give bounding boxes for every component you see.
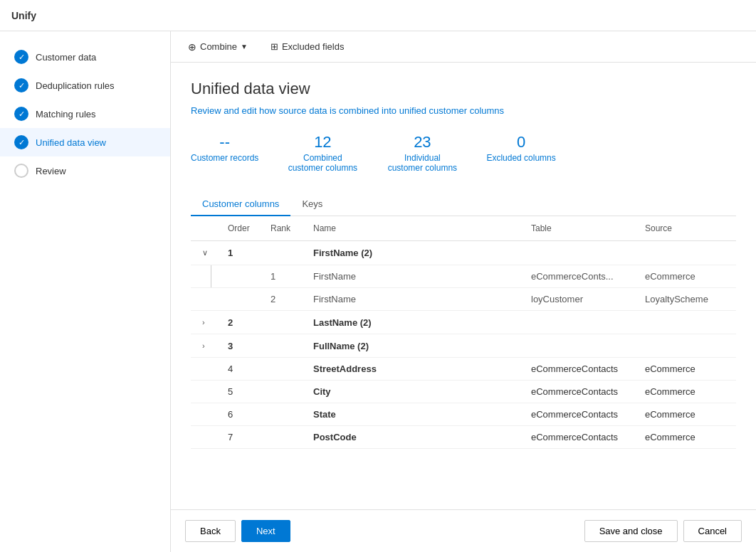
- rank-cell-city: [262, 381, 305, 403]
- combine-label: Combine: [200, 41, 237, 52]
- table-cell-sub: eCommerceConts...: [523, 265, 636, 288]
- table-cell-sa: eCommerceContacts: [523, 358, 636, 381]
- expand-cell-sub2: [191, 288, 219, 311]
- col-header-expand: [191, 216, 219, 241]
- sidebar-item-unified-data-view[interactable]: ✓ Unified data view: [0, 128, 170, 156]
- stat-combined-columns: 12 Combined customer columns: [287, 133, 358, 173]
- col-header-table: Table: [523, 216, 636, 241]
- tab-keys[interactable]: Keys: [290, 193, 334, 216]
- table-row: ∨ 1 FirstName (2): [191, 241, 736, 265]
- order-cell-city: 5: [219, 381, 262, 403]
- table-cell-ln: [523, 311, 636, 334]
- order-cell-fn: 3: [219, 334, 262, 358]
- expand-cell-city: [191, 381, 219, 403]
- table-row: 5 City eCommerceContacts eCommerce: [191, 381, 736, 403]
- expand-cell-state: [191, 403, 219, 426]
- expand-cell-sub: [191, 265, 219, 288]
- table-row: 1 FirstName eCommerceConts... eCommerce: [191, 265, 736, 288]
- sidebar-label-unified-data-view: Unified data view: [36, 137, 106, 148]
- stat-individual-columns: 23 Individual customer columns: [387, 133, 458, 173]
- cancel-button[interactable]: Cancel: [683, 520, 742, 542]
- order-cell-ln: 2: [219, 311, 262, 334]
- name-cell-sub2: FirstName: [305, 288, 523, 311]
- source-cell-sub2: LoyaltyScheme: [636, 288, 736, 311]
- sidebar-circle-review: [14, 164, 28, 178]
- name-cell-pc: PostCode: [305, 426, 523, 449]
- order-cell: 1: [219, 241, 262, 265]
- table-cell-state: eCommerceContacts: [523, 403, 636, 426]
- toolbar: ⊕ Combine ▼ ⊞ Excluded fields: [171, 31, 756, 63]
- sidebar-item-deduplication-rules[interactable]: ✓ Deduplication rules: [0, 71, 170, 100]
- tab-customer-columns[interactable]: Customer columns: [191, 193, 290, 216]
- expand-cell-fn[interactable]: ›: [191, 334, 219, 358]
- rank-cell-pc: [262, 426, 305, 449]
- sidebar-item-customer-data[interactable]: ✓ Customer data: [0, 43, 170, 71]
- stat-value-excluded-columns: 0: [486, 133, 555, 152]
- expand-firstname-button[interactable]: ∨: [199, 247, 211, 259]
- sidebar: ✓ Customer data ✓ Deduplication rules ✓ …: [0, 31, 171, 552]
- next-button[interactable]: Next: [241, 520, 290, 542]
- order-cell-sub: [219, 265, 262, 288]
- footer: Back Next Save and close Cancel: [171, 509, 756, 552]
- sidebar-item-review[interactable]: Review: [0, 156, 170, 185]
- save-close-button[interactable]: Save and close: [584, 520, 678, 542]
- order-cell-pc: 7: [219, 426, 262, 449]
- excluded-fields-label: Excluded fields: [282, 41, 344, 52]
- order-cell-sa: 4: [219, 358, 262, 381]
- name-cell-ln: LastName (2): [305, 311, 523, 334]
- stat-excluded-columns: 0 Excluded columns: [486, 133, 555, 173]
- table-cell-fn: [523, 334, 636, 358]
- app-title: Unify: [11, 10, 36, 21]
- expand-lastname-button[interactable]: ›: [199, 317, 208, 328]
- name-cell-fn: FullName (2): [305, 334, 523, 358]
- expand-fullname-button[interactable]: ›: [199, 340, 208, 351]
- excluded-fields-button[interactable]: ⊞ Excluded fields: [265, 38, 350, 55]
- sidebar-item-matching-rules[interactable]: ✓ Matching rules: [0, 100, 170, 128]
- name-cell-state: State: [305, 403, 523, 426]
- rank-cell-sub: 1: [262, 265, 305, 288]
- expand-cell-pc: [191, 426, 219, 449]
- excluded-fields-icon: ⊞: [271, 41, 278, 52]
- sidebar-label-review: Review: [36, 166, 66, 176]
- table-row: 7 PostCode eCommerceContacts eCommerce: [191, 426, 736, 449]
- source-cell: [636, 241, 736, 265]
- rank-cell: [262, 241, 305, 265]
- table-cell: [523, 241, 636, 265]
- table-row: 2 FirstName loyCustomer LoyaltyScheme: [191, 288, 736, 311]
- rank-cell-state: [262, 403, 305, 426]
- stat-label-individual-columns: Individual customer columns: [387, 153, 458, 173]
- expand-cell-ln[interactable]: ›: [191, 311, 219, 334]
- col-header-order: Order: [219, 216, 262, 241]
- back-button[interactable]: Back: [185, 520, 236, 542]
- tabs: Customer columns Keys: [191, 193, 736, 216]
- expand-cell[interactable]: ∨: [191, 241, 219, 265]
- combine-button[interactable]: ⊕ Combine ▼: [182, 38, 253, 55]
- source-cell-sa: eCommerce: [636, 358, 736, 381]
- sidebar-circle-deduplication-rules: ✓: [14, 78, 28, 92]
- table-row: 6 State eCommerceContacts eCommerce: [191, 403, 736, 426]
- combine-dropdown-icon: ▼: [241, 43, 248, 51]
- table-cell-sub2: loyCustomer: [523, 288, 636, 311]
- content-area: ⊕ Combine ▼ ⊞ Excluded fields Unified da…: [171, 31, 756, 552]
- table-cell-city: eCommerceContacts: [523, 381, 636, 403]
- stat-label-customer-records: Customer records: [191, 153, 258, 163]
- name-cell-sa: StreetAddress: [305, 358, 523, 381]
- source-cell-pc: eCommerce: [636, 426, 736, 449]
- table-header-row: Order Rank Name Table Source: [191, 216, 736, 241]
- rank-cell-ln: [262, 311, 305, 334]
- table-cell-pc: eCommerceContacts: [523, 426, 636, 449]
- main-layout: ✓ Customer data ✓ Deduplication rules ✓ …: [0, 31, 756, 552]
- source-cell-sub: eCommerce: [636, 265, 736, 288]
- table-row: › 3 FullName (2): [191, 334, 736, 358]
- name-cell: FirstName (2): [305, 241, 523, 265]
- rank-cell-sub2: 2: [262, 288, 305, 311]
- source-cell-ln: [636, 311, 736, 334]
- stat-value-individual-columns: 23: [387, 133, 458, 152]
- top-bar: Unify: [0, 0, 756, 31]
- customer-columns-table: Order Rank Name Table Source ∨ 1: [191, 216, 736, 449]
- stat-label-combined-columns: Combined customer columns: [287, 153, 358, 173]
- rank-cell-fn: [262, 334, 305, 358]
- page-content: Unified data view Review and edit how so…: [171, 63, 756, 509]
- sidebar-label-matching-rules: Matching rules: [36, 109, 96, 120]
- stat-value-customer-records: --: [191, 133, 258, 152]
